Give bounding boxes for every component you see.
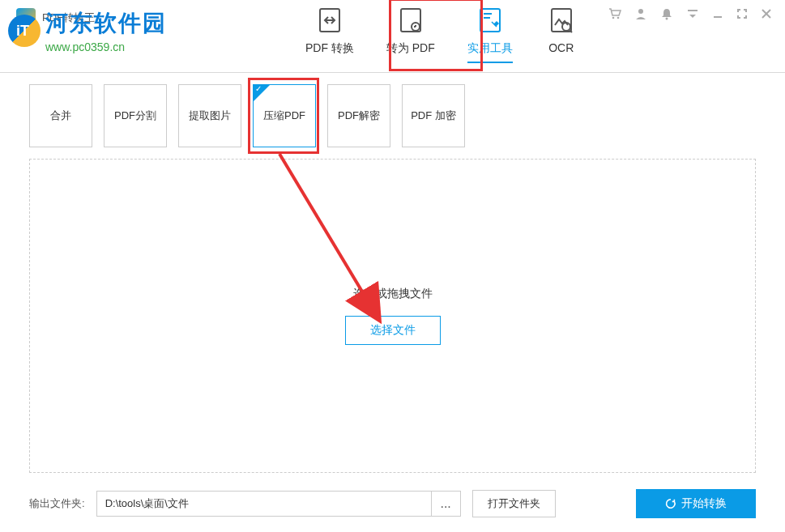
app-logo-icon [16, 8, 36, 28]
refresh-icon [665, 498, 676, 509]
tool-merge[interactable]: 合并 [29, 84, 92, 147]
tab-to-pdf[interactable]: 转为 PDF [386, 4, 435, 62]
output-folder-label: 输出文件夹: [29, 496, 85, 511]
drop-hint: 选择或拖拽文件 [353, 287, 433, 301]
tool-encrypt[interactable]: PDF 加密 [402, 84, 465, 147]
card-label: PDF 加密 [411, 109, 456, 123]
output-path-input[interactable] [97, 492, 431, 516]
tab-label: 转为 PDF [386, 41, 435, 56]
tool-compress[interactable]: 压缩PDF [253, 84, 316, 147]
tab-ocr[interactable]: OCR [545, 4, 578, 62]
tab-label: OCR [548, 41, 574, 54]
tab-label: 实用工具 [467, 41, 513, 56]
bottom-bar: 输出文件夹: ... 打开文件夹 开始转换 [0, 481, 785, 526]
tab-pdf-convert[interactable]: PDF 转换 [305, 4, 354, 62]
header: PDF转换王 PDF 转换 转为 PDF 实用工具 [0, 0, 785, 73]
menu-dropdown-icon[interactable] [685, 6, 700, 24]
svg-rect-2 [401, 9, 420, 32]
cart-icon[interactable] [608, 6, 622, 24]
card-label: 压缩PDF [263, 109, 305, 123]
convert-icon [314, 4, 346, 36]
browse-button[interactable]: ... [431, 492, 460, 516]
main-tabs: PDF 转换 转为 PDF 实用工具 [305, 4, 578, 62]
bell-icon[interactable] [659, 6, 674, 24]
tool-cards-row: 合并 PDF分割 提取图片 压缩PDF PDF解密 PDF 加密 [0, 73, 785, 159]
output-path-container: ... [96, 491, 461, 517]
tab-tools[interactable]: 实用工具 [467, 4, 513, 62]
ocr-icon [545, 4, 578, 36]
card-label: PDF分割 [114, 109, 156, 123]
start-convert-button[interactable]: 开始转换 [636, 489, 756, 518]
drop-area[interactable]: 选择或拖拽文件 选择文件 [29, 159, 756, 473]
close-icon[interactable] [760, 7, 773, 23]
window-controls [608, 6, 773, 24]
svg-rect-14 [688, 10, 698, 11]
tool-decrypt[interactable]: PDF解密 [327, 84, 390, 147]
to-pdf-icon [395, 4, 427, 36]
svg-point-10 [612, 17, 615, 19]
user-icon[interactable] [634, 6, 648, 24]
open-folder-button[interactable]: 打开文件夹 [472, 490, 556, 517]
minimize-icon[interactable] [711, 7, 724, 23]
tools-icon [474, 4, 506, 36]
tool-split[interactable]: PDF分割 [104, 84, 167, 147]
maximize-icon[interactable] [736, 7, 749, 23]
tool-extract-images[interactable]: 提取图片 [178, 84, 241, 147]
svg-point-13 [666, 18, 668, 20]
tab-label: PDF 转换 [305, 41, 354, 56]
svg-rect-7 [552, 9, 571, 32]
select-file-button[interactable]: 选择文件 [345, 316, 441, 345]
card-label: 合并 [50, 109, 71, 123]
card-label: 提取图片 [189, 109, 231, 123]
card-label: PDF解密 [338, 109, 380, 123]
start-button-label: 开始转换 [681, 496, 727, 511]
app-info: PDF转换王 [16, 8, 95, 28]
svg-rect-4 [480, 9, 500, 32]
svg-point-12 [638, 9, 643, 14]
svg-point-11 [617, 17, 620, 19]
app-title: PDF转换王 [42, 11, 95, 25]
